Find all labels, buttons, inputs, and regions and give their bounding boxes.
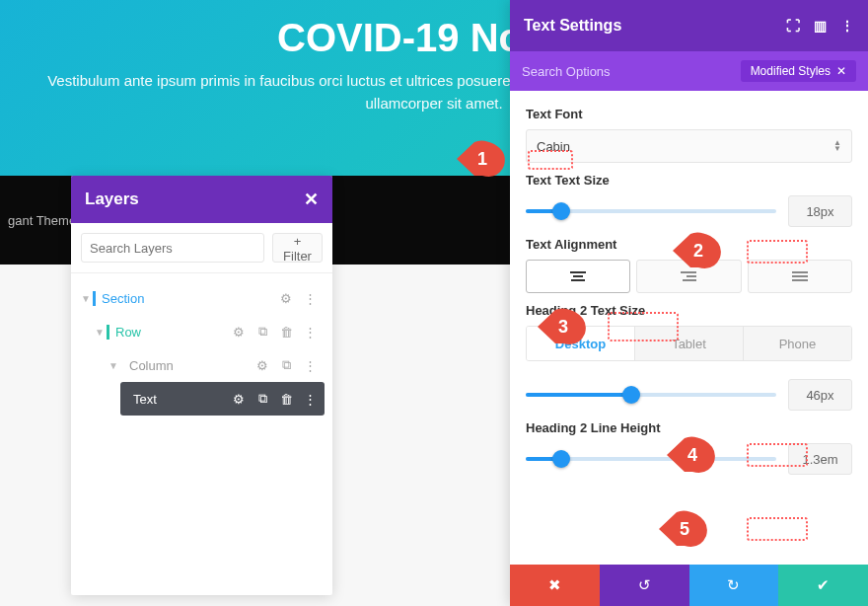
caret-down-icon[interactable]: ▼: [93, 327, 107, 338]
h2-size-value[interactable]: 46px: [788, 379, 852, 411]
callout-2: 2: [673, 232, 724, 269]
modified-styles-chip[interactable]: Modified Styles ✕: [741, 60, 856, 82]
align-justify-button[interactable]: [748, 260, 852, 293]
layers-search-row: + Filter: [71, 223, 332, 273]
layers-header: Layers ✕: [71, 176, 332, 223]
tab-phone[interactable]: Phone: [743, 327, 851, 360]
undo-button[interactable]: ↺: [600, 565, 689, 606]
layers-panel: Layers ✕ + Filter ▼ Section ⚙ ⋮ ▼ Row ⚙: [71, 176, 332, 595]
duplicate-icon[interactable]: ⧉: [277, 356, 295, 374]
callout-5: 5: [659, 510, 710, 548]
expand-icon[interactable]: ⛶: [786, 18, 800, 34]
more-icon[interactable]: ⋮: [301, 390, 319, 408]
h2-lineheight-slider[interactable]: [526, 457, 776, 461]
label-text-font: Text Font: [526, 107, 852, 121]
gear-icon[interactable]: ⚙: [253, 356, 271, 374]
more-icon[interactable]: ⋮: [301, 323, 319, 341]
settings-header: Text Settings ⛶ ▥ ⋮: [510, 0, 868, 51]
panel-icon[interactable]: ▥: [814, 18, 827, 34]
close-icon[interactable]: ✕: [304, 189, 319, 210]
caret-down-icon[interactable]: ▼: [79, 293, 93, 304]
callout-1: 1: [457, 140, 508, 178]
text-size-value[interactable]: 18px: [788, 195, 852, 227]
font-select-value: Cabin: [537, 139, 570, 154]
filter-button[interactable]: + Filter: [272, 233, 323, 263]
trash-icon[interactable]: 🗑: [277, 390, 295, 408]
gear-icon[interactable]: ⚙: [277, 289, 295, 307]
tree-row-row[interactable]: ▼ Row ⚙ ⧉ 🗑 ⋮: [93, 315, 325, 348]
label-h2-lineheight: Heading 2 Line Height: [526, 420, 852, 435]
slider-thumb[interactable]: [552, 450, 570, 468]
settings-subheader: Search Options Modified Styles ✕: [510, 51, 868, 91]
more-icon[interactable]: ⋮: [301, 356, 319, 374]
more-icon[interactable]: ⋮: [301, 289, 319, 307]
text-size-slider[interactable]: [526, 209, 776, 213]
align-center-button[interactable]: [526, 260, 630, 293]
gear-icon[interactable]: ⚙: [230, 390, 248, 408]
h2-size-slider[interactable]: [526, 393, 776, 397]
tree-row-text[interactable]: Text ⚙ ⧉ 🗑 ⋮: [120, 382, 325, 416]
font-select[interactable]: Cabin ▲▼: [526, 129, 852, 163]
callout-3: 3: [538, 308, 589, 345]
search-options-input[interactable]: Search Options: [522, 64, 611, 79]
more-icon[interactable]: ⋮: [840, 18, 854, 34]
slider-thumb[interactable]: [622, 386, 640, 404]
tab-tablet[interactable]: Tablet: [634, 327, 743, 360]
callout-4: 4: [667, 436, 718, 474]
redo-button[interactable]: ↻: [689, 565, 779, 606]
confirm-button[interactable]: ✔: [778, 565, 868, 606]
tree-row-section[interactable]: ▼ Section ⚙ ⋮: [79, 281, 325, 315]
duplicate-icon[interactable]: ⧉: [253, 390, 271, 408]
settings-title: Text Settings: [524, 17, 621, 35]
layers-title: Layers: [85, 189, 139, 209]
duplicate-icon[interactable]: ⧉: [253, 323, 271, 341]
layers-search-input[interactable]: [81, 233, 264, 263]
caret-down-icon[interactable]: ▼: [107, 360, 120, 371]
layers-tree: ▼ Section ⚙ ⋮ ▼ Row ⚙ ⧉ 🗑 ⋮ ▼ Colum: [71, 273, 332, 423]
cancel-button[interactable]: ✖: [510, 565, 600, 606]
gear-icon[interactable]: ⚙: [230, 323, 248, 341]
close-icon[interactable]: ✕: [836, 64, 846, 78]
settings-actions: ✖ ↺ ↻ ✔: [510, 565, 868, 606]
label-text-size: Text Text Size: [526, 173, 852, 188]
h2-lineheight-value[interactable]: 1.3em: [788, 443, 852, 475]
select-caret-icon: ▲▼: [833, 140, 841, 152]
tree-row-column[interactable]: ▼ Column ⚙ ⧉ ⋮: [107, 348, 325, 382]
trash-icon[interactable]: 🗑: [277, 323, 295, 341]
slider-thumb[interactable]: [552, 202, 570, 220]
